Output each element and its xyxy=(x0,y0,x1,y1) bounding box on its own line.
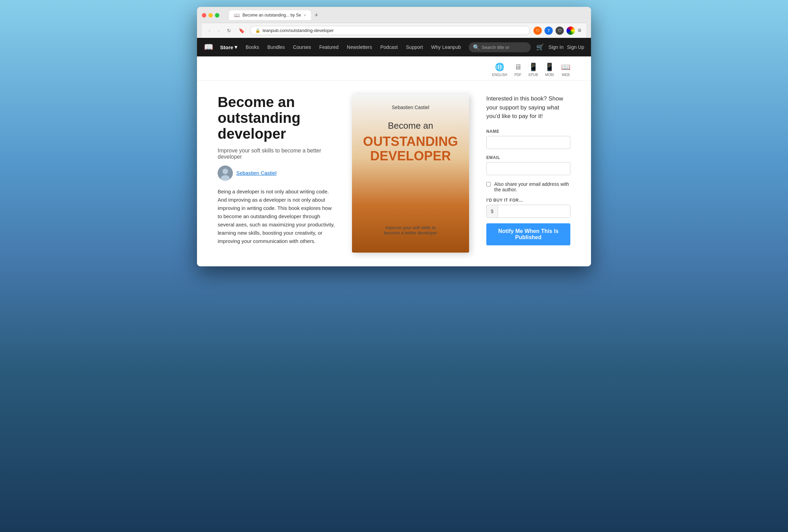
brave-shield-icon[interactable]: 🛡 xyxy=(533,26,542,35)
ext-icon-3[interactable] xyxy=(567,26,575,35)
active-tab[interactable]: 📖 Become an outstanding... by Se × xyxy=(229,10,311,20)
interest-text: Interested in this book? Show your suppo… xyxy=(486,94,570,121)
author-avatar-image xyxy=(218,166,233,181)
browser-window: 📖 Become an outstanding... by Se × + ‹ ›… xyxy=(197,7,591,266)
format-pdf[interactable]: 🖥 PDF xyxy=(514,63,522,77)
site-logo-icon: 📖 xyxy=(204,43,213,52)
left-column: Become an outstanding developer Improve … xyxy=(218,94,335,253)
cover-title-main: OUTSTANDING DEVELOPER xyxy=(363,135,458,163)
back-button[interactable]: ‹ xyxy=(207,27,212,34)
format-epub-label: EPUB xyxy=(529,73,538,77)
format-mobi-label: MOBI xyxy=(545,73,554,77)
bookmark-button[interactable]: 🔖 xyxy=(237,27,247,34)
email-input[interactable] xyxy=(486,162,570,175)
format-bar: 🌐 ENGLISH 🖥 PDF 📱 EPUB 📱 MOBI 📖 WEB xyxy=(197,56,591,81)
book-description: Being a developer is not only about writ… xyxy=(218,188,335,245)
browser-titlebar: 📖 Become an outstanding... by Se × + ‹ ›… xyxy=(197,7,591,38)
nav-item-books[interactable]: Books xyxy=(241,44,263,50)
browser-menu-icon[interactable]: ≡ xyxy=(578,27,581,34)
main-layout: Become an outstanding developer Improve … xyxy=(197,81,591,266)
new-tab-button[interactable]: + xyxy=(312,10,321,20)
format-mobi[interactable]: 📱 MOBI xyxy=(545,63,554,77)
browser-tabs: 📖 Become an outstanding... by Se × + xyxy=(229,10,321,20)
nav-item-newsletters[interactable]: Newsletters xyxy=(343,44,376,50)
nav-item-courses[interactable]: Courses xyxy=(289,44,315,50)
author-link[interactable]: Sebastien Castiel xyxy=(236,170,277,176)
web-icon: 📖 xyxy=(561,63,570,72)
nav-item-featured[interactable]: Featured xyxy=(315,44,343,50)
share-email-checkbox[interactable] xyxy=(486,182,491,187)
browser-controls: 📖 Become an outstanding... by Se × + xyxy=(202,10,586,20)
avatar xyxy=(218,166,233,181)
book-subtitle: Improve your soft skills to become a bet… xyxy=(218,148,335,160)
epub-icon: 📱 xyxy=(529,63,538,72)
center-column: Sebastien Castiel Become an OUTSTANDING … xyxy=(349,94,473,253)
cover-subtitle: Improve your soft skills to become a bet… xyxy=(384,225,437,235)
store-menu[interactable]: Store ▾ xyxy=(216,44,241,50)
email-label: EMAIL xyxy=(486,155,570,160)
store-label: Store xyxy=(220,44,233,50)
book-cover: Sebastien Castiel Become an OUTSTANDING … xyxy=(352,94,469,253)
lock-icon: 🔒 xyxy=(255,28,260,33)
notify-button[interactable]: Notify Me When This Is Published xyxy=(486,223,570,245)
tab-title: Become an outstanding... by Se xyxy=(242,13,301,18)
site-nav: 📖 Store ▾ Books Bundles Courses Featured… xyxy=(197,38,591,56)
address-bar[interactable]: 🔒 leanpub.com/outstanding-developer xyxy=(250,26,530,35)
cover-author: Sebastien Castiel xyxy=(392,105,429,110)
search-bar[interactable]: 🔍 xyxy=(469,42,531,52)
maximize-button[interactable] xyxy=(215,13,219,18)
globe-icon: 🌐 xyxy=(495,63,504,72)
traffic-lights xyxy=(202,13,219,18)
svg-point-1 xyxy=(222,169,228,174)
share-email-row: Also share your email address with the a… xyxy=(486,181,570,192)
search-icon: 🔍 xyxy=(473,44,480,51)
page-content: 📖 Store ▾ Books Bundles Courses Featured… xyxy=(197,38,591,266)
price-input[interactable] xyxy=(498,205,570,217)
nav-item-bundles[interactable]: Bundles xyxy=(263,44,289,50)
buy-label: I'D BUY IT FOR... xyxy=(486,198,570,203)
nav-item-podcast[interactable]: Podcast xyxy=(376,44,402,50)
forward-button[interactable]: › xyxy=(216,27,222,34)
mobi-icon: 📱 xyxy=(545,63,554,72)
author-row: Sebastien Castiel xyxy=(218,166,335,181)
minimize-button[interactable] xyxy=(208,13,213,18)
book-title: Become an outstanding developer xyxy=(218,94,335,142)
ext-icon-1[interactable]: T xyxy=(545,26,553,35)
sign-up-button[interactable]: Sign Up xyxy=(567,44,584,50)
format-epub[interactable]: 📱 EPUB xyxy=(529,63,538,77)
share-email-label: Also share your email address with the a… xyxy=(494,181,570,192)
address-bar-row: ‹ › ↻ 🔖 🔒 leanpub.com/outstanding-develo… xyxy=(202,23,586,38)
format-web-label: WEB xyxy=(562,73,570,77)
cover-title-top: Become an xyxy=(388,120,433,131)
pdf-icon: 🖥 xyxy=(514,63,522,72)
nav-item-support[interactable]: Support xyxy=(402,44,427,50)
close-button[interactable] xyxy=(202,13,206,18)
right-column: Interested in this book? Show your suppo… xyxy=(486,94,570,253)
name-label: NAME xyxy=(486,129,570,134)
nav-item-why-leanpub[interactable]: Why Leanpub xyxy=(427,44,465,50)
browser-extensions: 🛡 T 🛡 ≡ xyxy=(533,26,581,35)
tab-favicon-icon: 📖 xyxy=(234,12,240,18)
search-input[interactable] xyxy=(482,45,527,50)
name-input[interactable] xyxy=(486,136,570,149)
format-pdf-label: PDF xyxy=(515,73,521,77)
refresh-button[interactable]: ↻ xyxy=(225,27,233,34)
store-chevron-icon: ▾ xyxy=(235,44,237,50)
format-web[interactable]: 📖 WEB xyxy=(561,63,570,77)
tab-close-icon[interactable]: × xyxy=(304,13,306,17)
format-english-label: ENGLISH xyxy=(492,73,507,77)
address-text: leanpub.com/outstanding-developer xyxy=(262,28,334,33)
price-input-row: $ xyxy=(486,205,570,218)
ext-icon-2[interactable]: 🛡 xyxy=(556,26,564,35)
cart-icon[interactable]: 🛒 xyxy=(536,43,544,51)
sign-in-button[interactable]: Sign In xyxy=(549,44,564,50)
format-english[interactable]: 🌐 ENGLISH xyxy=(492,63,507,77)
currency-symbol: $ xyxy=(487,205,498,217)
